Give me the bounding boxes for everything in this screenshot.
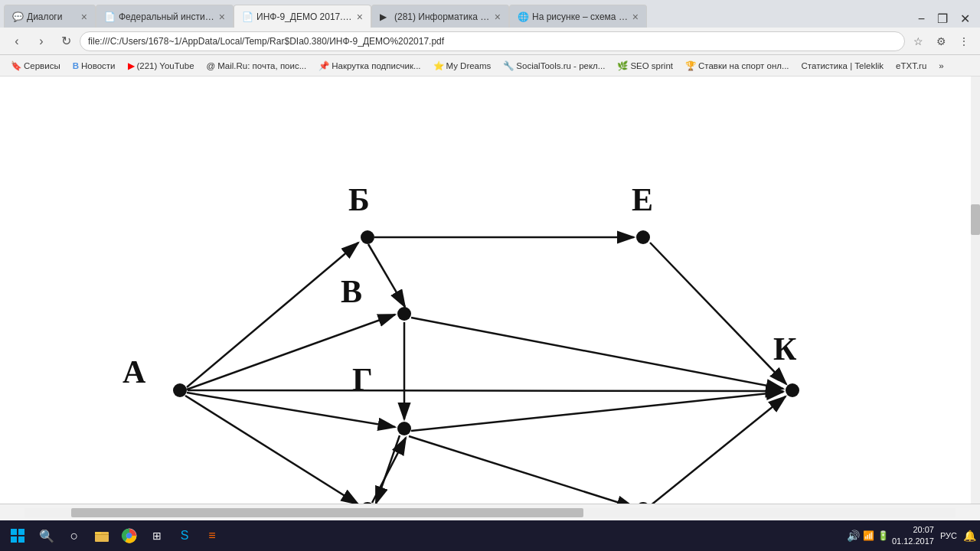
taskbar-windows-apps[interactable]: ⊞ (145, 523, 169, 548)
tab-federal-icon: 📄 (104, 11, 115, 22)
system-tray: 🔊 📶 🔋 20:07 01.12.2017 РУС 🔔 (847, 524, 976, 548)
bookmark-nakrutka-icon: 📌 (318, 60, 329, 71)
bookmark-novosti-label: Новости (81, 61, 116, 70)
bookmark-dreams-label: My Dreams (446, 61, 492, 70)
tab-dialogi[interactable]: 💬 Диалоги × (4, 5, 96, 28)
tab-federal-close[interactable]: × (219, 11, 225, 23)
bookmark-stavki[interactable]: 🏆 Ставки на спорт онл... (681, 59, 794, 73)
taskbar: 🔍 ○ ⊞ S ≡ (0, 520, 980, 551)
tab-dialogi-label: Диалоги (27, 11, 77, 22)
svg-line-13 (650, 243, 786, 384)
bookmark-etxt[interactable]: eTXT.ru (891, 60, 931, 72)
tab-graph[interactable]: 🌐 На рисунке – схема дор... × (509, 5, 647, 28)
taskbar-time-date[interactable]: 20:07 01.12.2017 (892, 524, 934, 548)
tray-volume[interactable]: 🔊 (847, 530, 860, 542)
bookmark-social-icon: 🔧 (503, 60, 514, 71)
svg-rect-22 (95, 532, 101, 534)
node-A (173, 383, 187, 397)
menu-button[interactable]: ⋮ (954, 31, 974, 51)
svg-line-9 (411, 318, 783, 389)
bookmark-seo-icon: 🌿 (617, 60, 628, 71)
bookmark-nakrutka[interactable]: 📌 Накрутка подписчик... (314, 59, 425, 73)
taskbar-cortana[interactable]: ○ (62, 523, 87, 548)
svg-line-5 (188, 390, 782, 391)
horizontal-scrollbar[interactable] (24, 508, 956, 517)
svg-line-7 (368, 244, 405, 307)
tab-dialogi-icon: 💬 (12, 11, 23, 22)
bookmark-social[interactable]: 🔧 SocialTools.ru - рекл... (498, 59, 609, 73)
taskbar-file-explorer[interactable] (90, 523, 114, 548)
tab-federal[interactable]: 📄 Федеральный институт... × (96, 5, 234, 28)
tab-video-close[interactable]: × (495, 11, 501, 23)
bookmark-more-label: » (939, 61, 943, 70)
tray-lang: РУС (940, 531, 957, 540)
bookmark-novosti[interactable]: В Новости (68, 60, 120, 72)
tab-pdf-label: ИНФ-9_ДЕМО 2017.pdf (256, 11, 353, 22)
tray-network[interactable]: 📶 (863, 530, 874, 541)
bookmark-mail[interactable]: @ Mail.Ru: почта, поис... (202, 60, 312, 72)
window-minimize[interactable]: − (912, 11, 931, 28)
svg-line-12 (376, 435, 400, 504)
label-A: А (122, 354, 146, 390)
svg-line-4 (185, 396, 358, 504)
taskbar-other-app[interactable]: ≡ (200, 523, 224, 548)
svg-line-10 (411, 392, 783, 431)
taskbar-search[interactable]: 🔍 (34, 523, 59, 548)
tab-pdf-close[interactable]: × (357, 11, 363, 23)
label-E: Е (632, 182, 653, 217)
refresh-button[interactable]: ↻ (55, 31, 77, 52)
back-button[interactable]: ‹ (6, 31, 28, 52)
window-maximize[interactable]: ❐ (931, 10, 954, 28)
browser-window: 💬 Диалоги × 📄 Федеральный институт... × … (0, 0, 980, 551)
tab-video-icon: ▶ (380, 11, 390, 22)
forward-button[interactable]: › (31, 31, 52, 52)
svg-line-14 (372, 438, 406, 503)
bookmark-statistic[interactable]: Статистика | Teleklik (797, 60, 888, 72)
svg-line-1 (187, 243, 358, 387)
bookmark-star[interactable]: ☆ (908, 31, 928, 51)
bookmark-youtube[interactable]: ▶ (221) YouTube (123, 59, 199, 73)
bookmark-mail-icon: @ (207, 61, 216, 70)
node-E (636, 230, 650, 244)
bookmark-dreams[interactable]: ⭐ My Dreams (429, 59, 496, 73)
taskbar-skype[interactable]: S (172, 523, 197, 548)
node-G (397, 422, 411, 435)
address-bar[interactable]: file:///C:/Users/1678~1/AppData/Local/Te… (80, 31, 905, 51)
tab-video[interactable]: ▶ (281) Информатика | По... × (371, 5, 509, 28)
graph-svg: А Б В Г Е К Д Ж (38, 84, 942, 504)
vertical-scrollbar[interactable] (971, 77, 980, 504)
tab-graph-close[interactable]: × (632, 11, 639, 23)
node-B (361, 230, 374, 244)
window-close[interactable]: ✕ (954, 10, 976, 28)
tab-pdf[interactable]: 📄 ИНФ-9_ДЕМО 2017.pdf × (234, 5, 371, 28)
file-explorer-icon (93, 527, 110, 544)
bookmark-servisy[interactable]: 🔖 Сервисы (6, 59, 65, 73)
start-button[interactable] (4, 522, 31, 549)
bookmark-more[interactable]: » (934, 60, 948, 72)
tab-dialogi-close[interactable]: × (81, 11, 87, 23)
chrome-icon (121, 527, 138, 544)
label-V: В (341, 274, 362, 309)
scrollbar-thumb-h[interactable] (71, 508, 583, 517)
bookmark-seo[interactable]: 🌿 SEO sprint (612, 59, 678, 73)
node-K (786, 383, 799, 397)
svg-line-3 (187, 393, 395, 427)
bookmark-servisy-label: Сервисы (24, 61, 60, 70)
bookmark-dreams-icon: ⭐ (433, 60, 444, 71)
tab-graph-icon: 🌐 (518, 11, 528, 22)
tray-battery[interactable]: 🔋 (877, 530, 889, 541)
clock-date: 01.12.2017 (892, 536, 934, 547)
taskbar-chrome[interactable] (117, 523, 142, 548)
bookmark-stavki-icon: 🏆 (685, 60, 696, 71)
tray-notification[interactable]: 🔔 (963, 530, 976, 542)
scrollbar-thumb-v[interactable] (971, 204, 980, 235)
svg-rect-18 (18, 529, 24, 535)
bookmark-social-label: SocialTools.ru - рекл... (516, 61, 605, 70)
nav-bar: ‹ › ↻ file:///C:/Users/1678~1/AppData/Lo… (0, 28, 980, 55)
extensions-icon[interactable]: ⚙ (931, 31, 951, 51)
tab-federal-label: Федеральный институт... (119, 11, 215, 22)
label-G: Г (352, 362, 373, 397)
tab-video-label: (281) Информатика | По... (394, 11, 491, 22)
status-bar (0, 504, 980, 520)
svg-line-11 (409, 436, 634, 504)
